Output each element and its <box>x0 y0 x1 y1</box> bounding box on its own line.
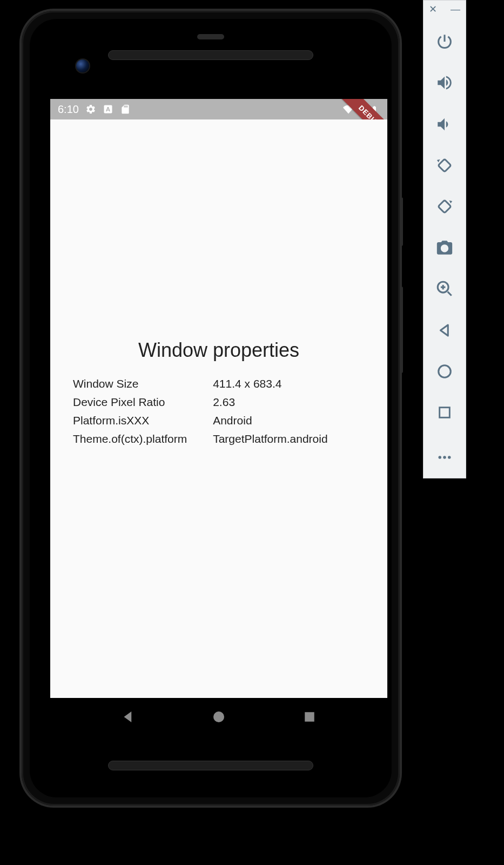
rotate-right-button[interactable] <box>428 193 461 220</box>
nav-home-button[interactable] <box>192 701 246 733</box>
phone-speaker-top <box>108 50 313 60</box>
close-icon[interactable]: ✕ <box>429 4 437 14</box>
app-content: Window properties Window Size 411.4 x 68… <box>50 119 387 698</box>
phone-front-camera <box>75 58 90 74</box>
properties-table: Window Size 411.4 x 683.4 Device Pixel R… <box>73 375 365 448</box>
table-row: Device Pixel Ratio 2.63 <box>73 393 365 411</box>
prop-label: Platform.isXXX <box>73 414 213 427</box>
table-row: Platform.isXXX Android <box>73 411 365 430</box>
svg-point-2 <box>213 711 224 722</box>
phone-volume-rocker <box>400 287 403 373</box>
gear-icon <box>85 104 96 115</box>
volume-down-button[interactable] <box>428 110 461 137</box>
overview-button[interactable] <box>428 399 461 426</box>
back-button[interactable] <box>428 317 461 344</box>
phone-speaker-bottom <box>108 761 313 770</box>
prop-label: Theme.of(ctx).platform <box>73 432 213 445</box>
nav-recent-button[interactable] <box>283 701 337 733</box>
svg-line-8 <box>448 292 452 296</box>
android-nav-bar <box>50 698 387 736</box>
svg-point-13 <box>439 456 442 459</box>
svg-rect-12 <box>440 408 450 418</box>
phone-screen: 6:10 A <box>50 99 387 698</box>
svg-point-6 <box>442 246 447 251</box>
volume-up-button[interactable] <box>428 69 461 96</box>
phone-notch-slot <box>197 34 224 39</box>
svg-point-15 <box>448 456 451 459</box>
status-time: 6:10 <box>58 103 79 116</box>
minimize-icon[interactable]: — <box>451 4 460 14</box>
prop-value: 2.63 <box>213 396 365 409</box>
screenshot-button[interactable] <box>428 234 461 261</box>
phone-power-button <box>400 197 403 246</box>
table-row: Window Size 411.4 x 683.4 <box>73 375 365 393</box>
status-bar: 6:10 A <box>50 99 387 119</box>
prop-value: TargetPlatform.android <box>213 432 365 445</box>
svg-rect-5 <box>438 200 451 213</box>
page-title: Window properties <box>138 339 299 362</box>
rotate-left-button[interactable] <box>428 152 461 179</box>
nav-back-button[interactable] <box>101 701 155 733</box>
emulator-sidebar: ✕ — <box>423 0 466 478</box>
sd-card-icon <box>120 104 131 115</box>
svg-rect-3 <box>305 712 314 722</box>
phone-bezel: 6:10 A <box>30 19 392 797</box>
table-row: Theme.of(ctx).platform TargetPlatform.an… <box>73 430 365 448</box>
prop-label: Device Pixel Ratio <box>73 396 213 409</box>
sidebar-window-controls: ✕ — <box>424 4 466 15</box>
zoom-button[interactable] <box>428 275 461 302</box>
prop-label: Window Size <box>73 377 213 390</box>
svg-text:A: A <box>106 105 111 112</box>
phone-device-frame: 6:10 A <box>22 11 400 806</box>
svg-point-14 <box>443 456 446 459</box>
svg-rect-4 <box>438 159 451 172</box>
status-bar-left: 6:10 A <box>58 103 131 116</box>
svg-point-11 <box>439 365 451 378</box>
power-button[interactable] <box>428 28 461 55</box>
prop-value: 411.4 x 683.4 <box>213 377 365 390</box>
more-options-button[interactable] <box>428 444 461 471</box>
home-button[interactable] <box>428 358 461 385</box>
text-a-icon: A <box>103 104 113 115</box>
prop-value: Android <box>213 414 365 427</box>
